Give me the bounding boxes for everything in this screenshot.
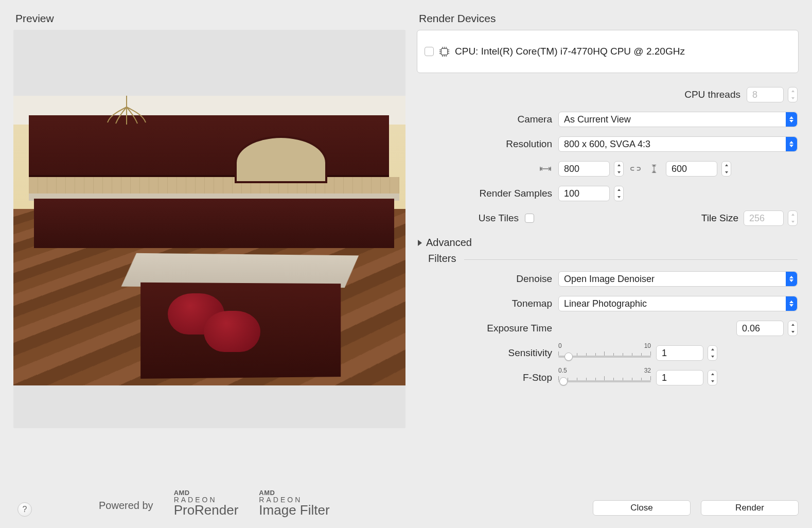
- camera-label: Camera: [417, 114, 558, 125]
- render-samples-input[interactable]: 100: [558, 186, 610, 201]
- width-icon: [539, 164, 552, 173]
- camera-select[interactable]: As Current View: [558, 112, 798, 127]
- tile-size-label: Tile Size: [701, 213, 738, 224]
- cpu-threads-label: CPU threads: [417, 89, 747, 100]
- fstop-label: F-Stop: [417, 372, 558, 383]
- brand-prorender: AMD RADEON ProRender: [174, 489, 239, 517]
- height-icon: [647, 164, 661, 173]
- sensitivity-stepper[interactable]: [708, 345, 717, 361]
- height-input[interactable]: 600: [666, 161, 717, 177]
- sensitivity-label: Sensitivity: [417, 347, 558, 359]
- resolution-select[interactable]: 800 x 600, SVGA 4:3: [558, 136, 798, 152]
- render-button[interactable]: Render: [701, 500, 799, 516]
- exposure-label: Exposure Time: [417, 323, 558, 334]
- use-tiles-label: Use Tiles: [417, 213, 525, 224]
- render-samples-stepper[interactable]: [614, 186, 624, 201]
- width-input[interactable]: 800: [558, 161, 610, 177]
- sensitivity-slider[interactable]: 010: [558, 344, 651, 362]
- fstop-input[interactable]: 1: [656, 370, 703, 385]
- render-devices-title: Render Devices: [419, 12, 799, 25]
- brand-imagefilter: AMD RADEON Image Filter: [259, 489, 329, 517]
- chevron-right-icon: [418, 240, 422, 246]
- device-cpu-label: CPU: Intel(R) Core(TM) i7-4770HQ CPU @ 2…: [455, 46, 685, 57]
- device-cpu-checkbox[interactable]: [425, 47, 434, 56]
- advanced-section-toggle[interactable]: Advanced: [418, 237, 798, 249]
- width-stepper[interactable]: [614, 161, 624, 177]
- svg-rect-0: [441, 48, 447, 55]
- use-tiles-checkbox[interactable]: [525, 214, 534, 223]
- cpu-chip-icon: [439, 46, 450, 57]
- denoise-select[interactable]: Open Image Denoiser: [558, 271, 798, 287]
- tonemap-label: Tonemap: [417, 298, 558, 309]
- denoise-label: Denoise: [417, 273, 558, 285]
- render-samples-label: Render Samples: [417, 188, 558, 199]
- preview-title: Preview: [15, 12, 404, 25]
- render-devices-list: CPU: Intel(R) Core(TM) i7-4770HQ CPU @ 2…: [417, 30, 799, 73]
- tonemap-select[interactable]: Linear Photographic: [558, 296, 798, 311]
- close-button[interactable]: Close: [593, 500, 691, 516]
- tile-size-input[interactable]: 256: [744, 210, 784, 226]
- help-button[interactable]: ?: [17, 502, 32, 517]
- cpu-threads-stepper[interactable]: [788, 87, 798, 102]
- height-stepper[interactable]: [721, 161, 731, 177]
- powered-by-label: Powered by: [99, 500, 153, 512]
- link-icon[interactable]: [629, 164, 642, 173]
- sensitivity-input[interactable]: 1: [656, 345, 703, 361]
- cpu-threads-input[interactable]: 8: [747, 87, 784, 102]
- tile-size-stepper[interactable]: [788, 210, 798, 226]
- fstop-stepper[interactable]: [708, 370, 717, 385]
- exposure-input[interactable]: 0.06: [736, 321, 784, 336]
- exposure-stepper[interactable]: [788, 321, 798, 336]
- preview-viewport: [13, 30, 405, 428]
- fstop-slider[interactable]: 0.532: [558, 369, 651, 386]
- filters-heading: Filters: [428, 253, 798, 265]
- resolution-label: Resolution: [417, 138, 558, 150]
